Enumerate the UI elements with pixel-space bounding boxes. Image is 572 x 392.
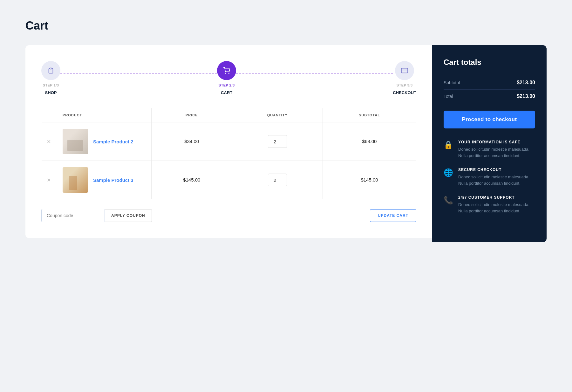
price-cell-2: $145.00 (152, 161, 232, 199)
step-3-name: CHECKOUT (393, 90, 416, 95)
col-quantity: QUANTITY (232, 108, 323, 122)
product-name-1[interactable]: Sample Product 2 (93, 139, 133, 144)
col-subtotal: SUBTOTAL (323, 108, 416, 122)
apply-coupon-button[interactable]: APPLY COUPON (105, 209, 152, 222)
steps-container: STEP 1/3 SHOP STEP 2/3 CART (41, 61, 416, 95)
step-3-circle (395, 61, 414, 80)
step-2-circle (217, 61, 236, 80)
quantity-input-1[interactable] (268, 135, 287, 148)
product-info-2: Sample Product 3 (63, 167, 147, 193)
trust-item-1: 🔒 YOUR INFORMATION IS SAFE Donec sollici… (444, 140, 535, 159)
main-layout: STEP 1/3 SHOP STEP 2/3 CART (25, 45, 547, 242)
quantity-cell-2 (232, 161, 323, 199)
product-cell-2: Sample Product 3 (56, 161, 152, 199)
trust-title-3: 24/7 CUSTOMER SUPPORT (458, 195, 535, 200)
product-name-2[interactable]: Sample Product 3 (93, 177, 133, 183)
step-3: STEP 3/3 CHECKOUT (393, 61, 416, 95)
svg-rect-0 (50, 68, 52, 69)
price-cell-1: $34.00 (152, 122, 232, 161)
update-cart-button[interactable]: UPDATE CART (370, 209, 416, 222)
step-2-name: CART (221, 90, 232, 95)
subtotal-label: Subtotal (444, 80, 460, 85)
trust-title-1: YOUR INFORMATION IS SAFE (458, 140, 535, 144)
price-value-1: $34.00 (184, 139, 199, 144)
subtotal-cell-1: $68.00 (323, 122, 416, 161)
page-title: Cart (25, 19, 547, 32)
lock-icon: 🔒 (444, 141, 453, 149)
table-header-row: PRODUCT PRICE QUANTITY SUBTOTAL (42, 108, 416, 122)
coupon-row: APPLY COUPON UPDATE CART (41, 209, 416, 222)
subtotal-value-1: $68.00 (362, 139, 377, 144)
subtotal-value: $213.00 (517, 80, 535, 86)
remove-button-1[interactable]: ✕ (45, 137, 52, 146)
coupon-input[interactable] (41, 209, 105, 222)
remove-cell-2: ✕ (42, 161, 56, 199)
product-image-1 (63, 129, 88, 154)
trust-desc-3: Donec sollicitudin molestie malesuada. N… (458, 202, 535, 214)
subtotal-row: Subtotal $213.00 (444, 76, 535, 89)
step-1-name: SHOP (45, 90, 57, 95)
product-cell-1: Sample Product 2 (56, 122, 152, 161)
table-row: ✕ Sample Product 2 $34.00 (42, 122, 416, 161)
step-2: STEP 2/3 CART (217, 61, 236, 95)
step-1-circle (41, 61, 60, 80)
trust-desc-1: Donec sollicitudin molestie malesuada. N… (458, 146, 535, 159)
trust-content-1: YOUR INFORMATION IS SAFE Donec sollicitu… (458, 140, 535, 159)
svg-point-1 (226, 73, 226, 73)
checkout-button[interactable]: Proceed to checkout (444, 111, 535, 128)
cart-table: PRODUCT PRICE QUANTITY SUBTOTAL ✕ Sample… (41, 108, 416, 199)
product-image-2 (63, 167, 88, 193)
globe-icon: 🌐 (444, 168, 453, 177)
trust-item-3: 📞 24/7 CUSTOMER SUPPORT Donec sollicitud… (444, 195, 535, 214)
svg-rect-3 (401, 68, 408, 73)
trust-title-2: SECURE CHECKOUT (458, 168, 535, 172)
total-value: $213.00 (517, 93, 535, 99)
cart-totals-title: Cart totals (444, 58, 535, 67)
trust-desc-2: Donec sollicitudin molestie malesuada. N… (458, 174, 535, 186)
total-label: Total (444, 94, 453, 99)
remove-cell-1: ✕ (42, 122, 56, 161)
product-info-1: Sample Product 2 (63, 129, 147, 154)
subtotal-value-2: $145.00 (361, 177, 378, 182)
step-line-1 (60, 73, 217, 74)
quantity-input-2[interactable] (268, 174, 287, 186)
price-value-2: $145.00 (183, 177, 200, 182)
step-1-num: STEP 1/3 (43, 83, 59, 87)
svg-point-2 (229, 73, 229, 73)
phone-icon: 📞 (444, 196, 453, 205)
cart-panel: STEP 1/3 SHOP STEP 2/3 CART (25, 45, 432, 238)
table-row: ✕ Sample Product 3 $145.00 (42, 161, 416, 199)
trust-content-2: SECURE CHECKOUT Donec sollicitudin moles… (458, 168, 535, 186)
step-line-2 (236, 73, 393, 74)
trust-content-3: 24/7 CUSTOMER SUPPORT Donec sollicitudin… (458, 195, 535, 214)
step-2-num: STEP 2/3 (219, 83, 235, 87)
step-1: STEP 1/3 SHOP (41, 61, 60, 95)
step-3-num: STEP 3/3 (397, 83, 413, 87)
remove-button-2[interactable]: ✕ (45, 176, 52, 184)
col-remove (42, 108, 56, 122)
col-price: PRICE (152, 108, 232, 122)
quantity-cell-1 (232, 122, 323, 161)
trust-item-2: 🌐 SECURE CHECKOUT Donec sollicitudin mol… (444, 168, 535, 186)
subtotal-cell-2: $145.00 (323, 161, 416, 199)
total-row: Total $213.00 (444, 89, 535, 103)
col-product: PRODUCT (56, 108, 152, 122)
right-panel: Cart totals Subtotal $213.00 Total $213.… (432, 45, 547, 242)
